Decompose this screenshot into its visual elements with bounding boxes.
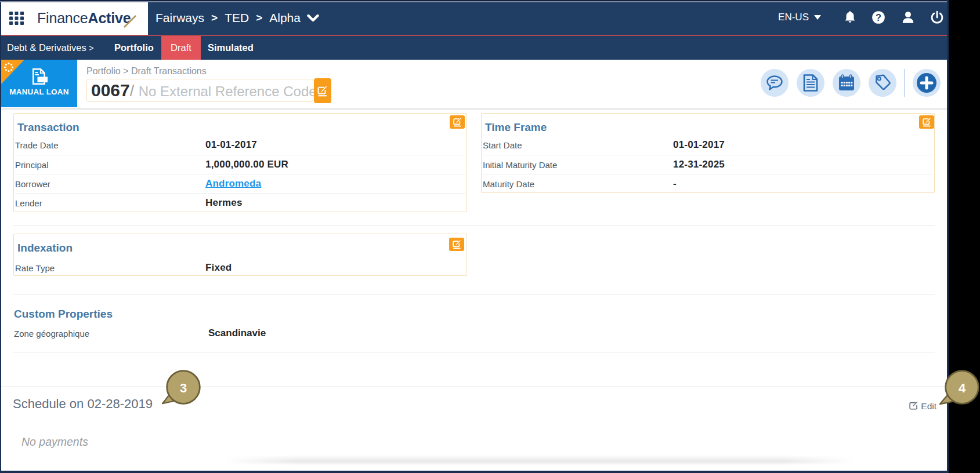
svg-text:?: ? [876, 12, 881, 23]
svg-text:3: 3 [180, 381, 187, 395]
svg-text:4: 4 [959, 381, 966, 395]
